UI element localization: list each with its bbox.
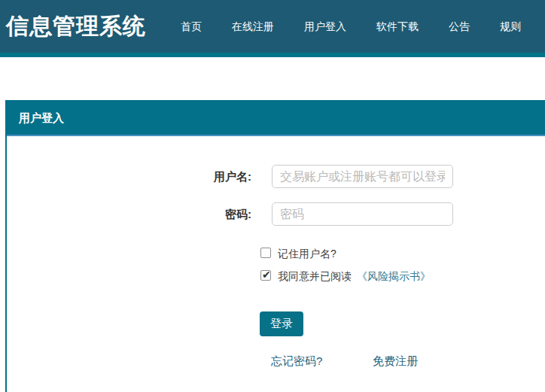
nav-item-notice[interactable]: 公告 bbox=[434, 0, 485, 53]
forgot-password-link[interactable]: 忘记密码? bbox=[271, 354, 322, 369]
login-panel: 用户登入 用户名: 密码: 记住用户名? 我同意并已阅读《风险揭示书》 登录 忘… bbox=[5, 100, 545, 392]
login-button[interactable]: 登录 bbox=[260, 311, 303, 336]
top-navbar: 信息管理系统 首页 在线注册 用户登入 软件下载 公告 规则 bbox=[0, 0, 545, 53]
username-label: 用户名: bbox=[142, 170, 251, 184]
password-input[interactable] bbox=[272, 202, 453, 226]
risk-disclosure-link[interactable]: 《风险揭示书》 bbox=[357, 270, 431, 282]
remember-username-label[interactable]: 记住用户名? bbox=[278, 248, 336, 261]
nav-item-download[interactable]: 软件下载 bbox=[361, 0, 434, 53]
nav-item-rules[interactable]: 规则 bbox=[485, 0, 536, 53]
nav-item-register[interactable]: 在线注册 bbox=[217, 0, 289, 53]
password-label: 密码: bbox=[142, 208, 251, 222]
navbar-accent-strip bbox=[0, 53, 545, 57]
free-register-link[interactable]: 免费注册 bbox=[373, 354, 418, 369]
agree-terms-label[interactable]: 我同意并已阅读《风险揭示书》 bbox=[278, 270, 431, 284]
panel-title: 用户登入 bbox=[7, 100, 545, 136]
agree-terms-text: 我同意并已阅读 bbox=[278, 270, 352, 282]
nav-item-home[interactable]: 首页 bbox=[166, 0, 217, 53]
site-title[interactable]: 信息管理系统 bbox=[6, 11, 146, 42]
agree-terms-checkbox[interactable] bbox=[260, 270, 271, 281]
nav-item-login[interactable]: 用户登入 bbox=[289, 0, 361, 53]
username-input[interactable] bbox=[272, 165, 453, 188]
main-nav: 首页 在线注册 用户登入 软件下载 公告 规则 bbox=[166, 0, 536, 53]
remember-username-checkbox[interactable] bbox=[260, 248, 271, 258]
